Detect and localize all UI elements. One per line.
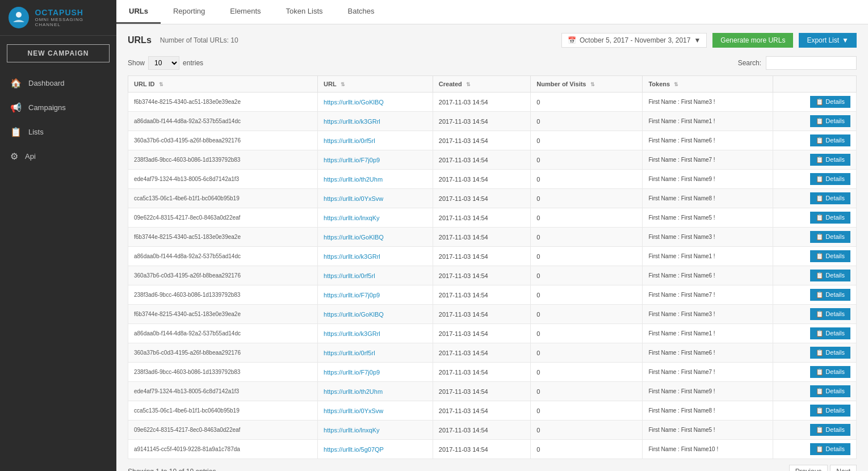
details-button[interactable]: 📋 Details [810,212,850,224]
cell-actions: 📋 Details [773,112,857,131]
details-button[interactable]: 📋 Details [810,192,850,204]
col-visits: Number of Visits ⇅ [531,76,643,92]
cell-created: 2017-11-03 14:54 [433,324,530,343]
table-body: f6b3744e-8215-4340-ac51-183e0e39ea2e htt… [128,92,857,459]
sort-icon: ⇅ [341,82,345,87]
calendar-icon: 📅 [568,36,576,44]
cell-url-id: 360a37b6-c0d3-4195-a26f-b8beaa292176 [128,131,318,150]
table-row: ede4af79-1324-4b13-8005-6c8d7142a1f3 htt… [128,170,857,189]
sidebar-item-dashboard[interactable]: 🏠 Dashboard [0,71,116,95]
table-footer: Showing 1 to 10 of 10 entries Previous N… [128,465,857,471]
show-label: Show [128,59,145,67]
tab-urls[interactable]: URLs [116,0,161,24]
cell-visits: 0 [531,382,643,401]
cell-url-id: a86daa0b-f144-4d8a-92a2-537b55ad14dc [128,112,318,131]
tab-reporting[interactable]: Reporting [161,0,217,24]
col-url: URL ⇅ [318,76,433,92]
cell-url: https://urllt.io/F7j0p9 [318,150,433,170]
cell-visits: 0 [531,285,643,305]
details-button[interactable]: 📋 Details [810,96,850,108]
cell-actions: 📋 Details [773,131,857,150]
search-input[interactable] [766,56,857,70]
col-actions [773,76,857,92]
sidebar-item-api[interactable]: ⚙ Api [0,144,116,169]
cell-tokens: First Name : First Name8 ! [643,189,773,208]
svg-point-1 [16,12,22,18]
pagination: Previous Next [789,465,857,471]
cell-created: 2017-11-03 14:54 [433,266,530,285]
generate-urls-button[interactable]: Generate more URLs [712,33,793,48]
cell-created: 2017-11-03 14:54 [433,189,530,208]
details-button[interactable]: 📋 Details [810,443,850,455]
cell-url-id: f6b3744e-8215-4340-ac51-183e0e39ea2e [128,228,318,247]
cell-url-id: 238f3ad6-9bcc-4603-b086-1d1339792b83 [128,285,318,305]
tab-elements[interactable]: Elements [217,0,273,24]
table-controls: Show 10 25 50 100 entries Search: [128,56,857,70]
sidebar-item-label: Api [25,152,36,161]
details-button[interactable]: 📋 Details [810,173,850,185]
details-button[interactable]: 📋 Details [810,366,850,378]
cell-created: 2017-11-03 14:54 [433,363,530,382]
new-campaign-button[interactable]: NEW CAMPAIGN [7,44,110,62]
details-button[interactable]: 📋 Details [810,231,850,243]
cell-visits: 0 [531,208,643,228]
export-label: Export List [807,36,839,44]
details-button[interactable]: 📋 Details [810,405,850,417]
details-button[interactable]: 📋 Details [810,424,850,436]
table-row: 238f3ad6-9bcc-4603-b086-1d1339792b83 htt… [128,363,857,382]
details-button[interactable]: 📋 Details [810,347,850,359]
details-button[interactable]: 📋 Details [810,327,850,339]
cell-actions: 📋 Details [773,150,857,170]
details-button[interactable]: 📋 Details [810,115,850,127]
cell-actions: 📋 Details [773,208,857,228]
sidebar-item-campaigns[interactable]: 📢 Campaigns [0,95,116,120]
details-button[interactable]: 📋 Details [810,289,850,301]
sidebar-item-lists[interactable]: 📋 Lists [0,120,116,144]
previous-button[interactable]: Previous [789,465,828,471]
cell-url-id: 238f3ad6-9bcc-4603-b086-1d1339792b83 [128,363,318,382]
sort-icon: ⇅ [466,82,471,87]
table-row: cca5c135-06c1-4be6-b1f1-bc0640b95b19 htt… [128,189,857,208]
lists-icon: 📋 [10,127,22,137]
cell-tokens: First Name : First Name6 ! [643,131,773,150]
page-header: URLs Number of Total URLs: 10 📅 October … [128,33,857,48]
export-list-button[interactable]: Export List ▼ [799,33,857,48]
cell-actions: 📋 Details [773,363,857,382]
details-button[interactable]: 📋 Details [810,134,850,146]
dropdown-arrow-icon: ▼ [694,36,701,44]
cell-actions: 📋 Details [773,285,857,305]
cell-visits: 0 [531,228,643,247]
logo-area: OCTAPUSH OMNI MESSAGING CHANNEL [0,0,116,36]
table-header-row: URL ID ⇅ URL ⇅ Created ⇅ Number of Visit… [128,76,857,92]
details-button[interactable]: 📋 Details [810,154,850,166]
campaigns-icon: 📢 [10,102,22,113]
showing-text: Showing 1 to 10 of 10 entries [128,468,216,471]
cell-tokens: First Name : First Name6 ! [643,266,773,285]
cell-tokens: First Name : First Name7 ! [643,150,773,170]
cell-url-id: 238f3ad6-9bcc-4603-b086-1d1339792b83 [128,150,318,170]
cell-url: https://urllt.io/th2Uhm [318,170,433,189]
details-button[interactable]: 📋 Details [810,250,850,262]
page-title: URLs [128,35,152,45]
sort-icon: ⇅ [674,82,678,87]
tab-batches[interactable]: Batches [336,0,387,24]
tab-token-lists[interactable]: Token Lists [274,0,336,24]
cell-url: https://urllt.io/k3GRrl [318,247,433,266]
cell-url: https://urllt.io/GoKlBQ [318,228,433,247]
cell-tokens: First Name : First Name7 ! [643,363,773,382]
cell-visits: 0 [531,420,643,440]
entries-select[interactable]: 10 25 50 100 [148,56,179,70]
cell-url-id: ede4af79-1324-4b13-8005-6c8d7142a1f3 [128,170,318,189]
entries-label: entries [183,59,203,67]
next-button[interactable]: Next [830,465,857,471]
date-range-picker[interactable]: 📅 October 5, 2017 - November 3, 2017 ▼ [561,33,707,48]
cell-tokens: First Name : First Name1 ! [643,324,773,343]
show-entries: Show 10 25 50 100 entries [128,56,203,70]
details-button[interactable]: 📋 Details [810,385,850,397]
cell-visits: 0 [531,112,643,131]
cell-tokens: First Name : First Name3 ! [643,228,773,247]
details-button[interactable]: 📋 Details [810,308,850,320]
cell-url-id: 360a37b6-c0d3-4195-a26f-b8beaa292176 [128,343,318,363]
sidebar-item-label: Dashboard [28,79,65,87]
details-button[interactable]: 📋 Details [810,270,850,281]
